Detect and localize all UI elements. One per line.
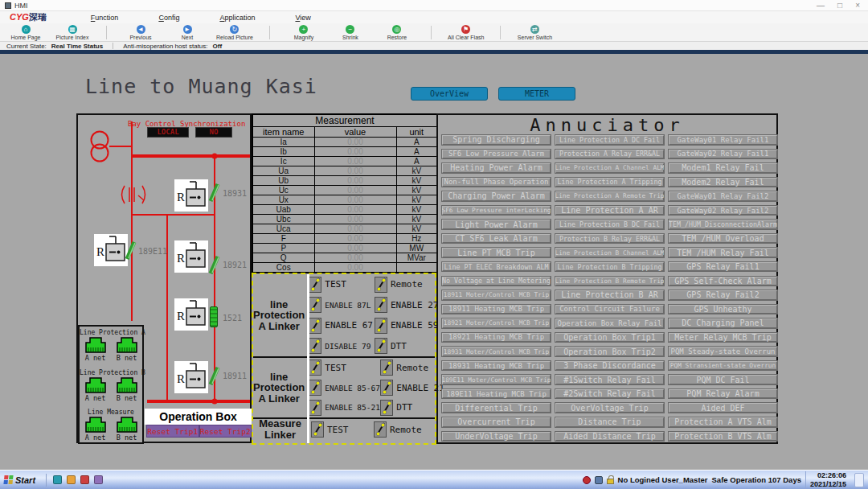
annunciator-tile[interactable]: Line Protection B Channel ALM <box>555 247 665 258</box>
annunciator-tile[interactable]: Overcurrent Trip <box>441 417 551 428</box>
switch-open-18921[interactable] <box>208 253 221 276</box>
network-icon[interactable] <box>595 476 603 484</box>
minimize-button[interactable]: — <box>817 1 825 10</box>
annunciator-tile[interactable]: 189E11 Moter/Control MCB Trip <box>441 374 551 385</box>
close-button[interactable]: × <box>855 1 860 10</box>
annunciator-tile[interactable]: 18921 Moter/Control MCB Trip <box>441 318 551 329</box>
annunciator-tile[interactable]: 18931 Moter/Control MCB Trip <box>441 346 551 357</box>
annunciator-tile[interactable]: Protection A VTS Alm <box>668 417 778 428</box>
annunciator-tile[interactable]: UnderVoltage Trip <box>441 431 551 442</box>
alarm-icon[interactable] <box>583 476 591 484</box>
annunciator-tile[interactable]: Protection B Relay ERR&AL <box>555 233 665 244</box>
annunciator-tile[interactable]: Meter Relay MCB Trip <box>668 332 778 343</box>
annunciator-tile[interactable]: GPS Relay Fail2 <box>668 290 778 301</box>
switch-closed-1521[interactable] <box>210 306 218 327</box>
annunciator-tile[interactable]: Operation Box Relay Fail <box>555 318 665 329</box>
annunciator-tile[interactable]: Line Protection B Tripping <box>555 261 665 273</box>
annunciator-tile[interactable]: No Voltage at Line Metering <box>441 276 551 287</box>
annunciator-tile[interactable]: TEM_/HUM_Relay Fail <box>668 247 778 258</box>
switch-open-189E11[interactable] <box>125 239 137 261</box>
breaker-box-1521[interactable]: R <box>174 298 208 331</box>
annunciator-tile[interactable]: GPS Relay Fail1 <box>668 261 778 273</box>
overview-button[interactable]: OverView <box>411 87 488 101</box>
annunciator-tile[interactable]: Line Protection A Tripping <box>555 177 665 188</box>
annunciator-tile[interactable]: PQM Relay Alarm <box>668 388 778 400</box>
annunciator-tile[interactable]: Line Protection B DC Fail <box>555 219 665 230</box>
annunciator-tile[interactable]: GateWay02 Relay Fail1 <box>668 149 778 160</box>
annunciator-tile[interactable]: Line Protection A DC Fail <box>555 134 665 146</box>
annunciator-tile[interactable]: Modem1 Relay Fail <box>668 162 778 174</box>
linker-switch-icon[interactable] <box>374 421 387 438</box>
switch-open-18931[interactable] <box>208 181 221 203</box>
annunciator-tile[interactable]: 189E11 Heating MCB Trip <box>441 388 551 400</box>
linker-switch-icon[interactable] <box>309 380 321 396</box>
annunciator-tile[interactable]: Line PT MCB Trip <box>441 247 551 258</box>
annunciator-tile[interactable]: DC Charging Panel <box>668 318 778 329</box>
annunciator-tile[interactable]: GateWay01 Relay Fail1 <box>668 134 778 146</box>
media-icon[interactable] <box>94 475 103 484</box>
linker-switch-icon[interactable] <box>309 400 321 416</box>
breaker-box-18911[interactable]: R <box>174 361 208 393</box>
linker-switch-icon[interactable] <box>309 360 321 376</box>
linker-switch-icon[interactable] <box>380 380 393 396</box>
toolbar-server-switch-button[interactable]: ⇄Server Switch <box>517 25 552 40</box>
annunciator-tile[interactable]: Operation Box Trip2 <box>555 346 665 357</box>
annunciator-tile[interactable]: Non-full Phase Operation <box>441 177 551 188</box>
annunciator-tile[interactable]: PQM Stransient-state Overrun <box>668 360 778 372</box>
annunciator-tile[interactable]: Differential Trip <box>441 402 551 413</box>
menu-item-application[interactable]: Application <box>219 14 255 22</box>
linker-switch-icon[interactable] <box>375 277 387 293</box>
meter-button[interactable]: METER <box>498 87 575 101</box>
annunciator-tile[interactable]: 18911 Moter/Control MCB Trip <box>441 290 551 301</box>
breaker-box-189E11[interactable]: R <box>94 234 128 266</box>
toolbar-reload-button[interactable]: ↻Reload Picture <box>216 25 253 40</box>
annunciator-tile[interactable]: Heating Power Alarm <box>441 162 551 174</box>
annunciator-tile[interactable]: 18911 Heating MCB Trip <box>441 304 551 315</box>
annunciator-tile[interactable]: SF6 Low Pressure interLocking <box>441 205 551 216</box>
annunciator-tile[interactable]: TEM_/HUM_DisconnectionAlarm <box>668 219 778 230</box>
linker-switch-icon[interactable] <box>311 421 324 438</box>
annunciator-tile[interactable]: Aided DEF <box>668 402 778 413</box>
linker-switch-icon[interactable] <box>380 360 393 376</box>
annunciator-tile[interactable]: GPS Unheathy <box>668 304 778 315</box>
annunciator-tile[interactable]: PQM Steady-state Overrun <box>668 346 778 357</box>
linker-switch-icon[interactable] <box>309 318 321 334</box>
toolbar-restore-button[interactable]: ◎Restore <box>379 25 415 40</box>
annunciator-tile[interactable]: Modem2 Relay Fail <box>668 177 778 188</box>
annunciator-tile[interactable]: OverVoltage Trip <box>555 402 665 413</box>
annunciator-tile[interactable]: CT SF6 Leak Alarm <box>441 233 551 244</box>
breaker-box-18931[interactable]: R <box>174 179 208 212</box>
menu-item-function[interactable]: Function <box>91 14 119 22</box>
annunciator-tile[interactable]: Line Protection A AR <box>555 205 665 216</box>
shield-icon[interactable] <box>80 475 89 484</box>
annunciator-tile[interactable]: 3 Phase Discordance <box>555 360 665 372</box>
toolbar-magnify-button[interactable]: +Magnify <box>286 25 321 40</box>
annunciator-tile[interactable]: Protection B VTS Alm <box>668 431 778 442</box>
reset-trip2-button[interactable]: Reset Trip2 <box>199 425 252 438</box>
annunciator-tile[interactable]: GateWay01 Relay Fail2 <box>668 191 778 202</box>
linker-switch-icon[interactable] <box>375 338 387 354</box>
linker-switch-icon[interactable] <box>309 297 321 313</box>
menu-item-view[interactable]: View <box>295 14 310 22</box>
notes-icon[interactable] <box>67 475 76 484</box>
annunciator-tile[interactable]: 18921 Heating MCB Trip <box>441 332 551 343</box>
annunciator-tile[interactable]: Aided Distance Trip <box>555 431 665 442</box>
annunciator-tile[interactable]: PQM DC Fail <box>668 374 778 385</box>
annunciator-tile[interactable]: GPS Self-Check Alarm <box>668 276 778 287</box>
annunciator-tile[interactable]: #1Switch Relay Fail <box>555 374 665 385</box>
display-icon[interactable] <box>53 475 62 484</box>
annunciator-tile[interactable]: Line Protection B Remote Trip <box>555 276 665 287</box>
annunciator-tile[interactable]: Line PT ELEC Breakdown ALM <box>441 261 551 273</box>
start-button[interactable]: Start <box>0 471 42 489</box>
annunciator-tile[interactable]: Control Circuit Failure <box>555 304 665 315</box>
toolbar-grid-button[interactable]: ▦Picture Index <box>55 25 90 40</box>
toolbar-home-button[interactable]: ⌂Home Page <box>8 25 43 40</box>
toolbar-shrink-button[interactable]: −Shrink <box>333 25 368 40</box>
breaker-box-18921[interactable]: R <box>174 240 208 273</box>
linker-switch-icon[interactable] <box>375 318 387 334</box>
annunciator-tile[interactable]: Spring Discharging <box>441 134 551 146</box>
linker-switch-icon[interactable] <box>380 400 393 416</box>
annunciator-tile[interactable]: Line Protection A Channel ALM <box>555 162 665 174</box>
linker-switch-icon[interactable] <box>375 297 387 313</box>
maximize-button[interactable]: □ <box>837 1 842 10</box>
